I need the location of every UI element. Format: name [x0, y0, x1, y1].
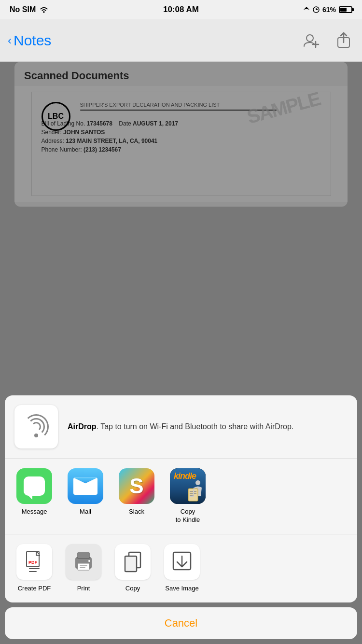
- print-icon: [72, 551, 95, 573]
- app-item-mail[interactable]: Mail: [64, 468, 107, 516]
- cancel-button[interactable]: Cancel: [5, 607, 357, 639]
- action-item-save-image[interactable]: Save Image: [160, 544, 204, 593]
- kindle-reader-figure: [184, 478, 204, 502]
- add-person-button[interactable]: [300, 30, 321, 51]
- status-carrier: No SIM: [10, 5, 48, 14]
- copy-icon: [122, 550, 143, 574]
- nav-bar: ‹ Notes: [0, 19, 362, 62]
- cancel-label: Cancel: [165, 617, 197, 630]
- nav-back-label: Notes: [14, 32, 51, 49]
- print-label: Print: [77, 585, 90, 593]
- copy-label: Copy: [125, 585, 140, 593]
- kindle-app-icon: kindle: [170, 468, 206, 504]
- add-person-icon: [302, 32, 320, 49]
- battery-text: 61%: [322, 6, 336, 14]
- app-item-kindle[interactable]: kindle Copy to Kindle: [166, 468, 209, 524]
- action-row: PDF Create PDF: [13, 544, 349, 593]
- status-bar: No SIM 10:08 AM 61%: [0, 0, 362, 19]
- slack-app-icon: S: [119, 468, 154, 504]
- chevron-left-icon: ‹: [8, 35, 12, 46]
- airdrop-description: . Tap to turn on Wi-Fi and Bluetooth to …: [97, 422, 294, 431]
- copy-icon-box: [115, 544, 151, 580]
- action-item-print[interactable]: Print: [62, 544, 105, 593]
- wifi-icon: [40, 6, 48, 13]
- status-indicators: 61%: [303, 6, 352, 14]
- airdrop-section[interactable]: AirDrop. Tap to turn on Wi-Fi and Blueto…: [5, 395, 357, 459]
- carrier-text: No SIM: [10, 5, 36, 14]
- svg-point-3: [195, 480, 200, 485]
- svg-point-15: [88, 560, 90, 562]
- action-item-create-pdf[interactable]: PDF Create PDF: [13, 544, 56, 593]
- save-image-icon: [171, 550, 193, 574]
- slack-s-letter: S: [129, 474, 143, 498]
- create-pdf-icon: PDF: [25, 550, 44, 574]
- print-icon-box: [66, 544, 101, 580]
- app-row-section: Message Mail S Slack: [5, 459, 357, 534]
- slack-app-label: Slack: [129, 508, 144, 516]
- mail-app-icon: [68, 468, 103, 504]
- mail-app-label: Mail: [80, 508, 91, 516]
- nav-right-buttons: [300, 30, 354, 51]
- app-row: Message Mail S Slack: [13, 468, 349, 524]
- clock-icon: [313, 6, 320, 13]
- share-sheet: AirDrop. Tap to turn on Wi-Fi and Blueto…: [0, 395, 362, 644]
- mail-flap: [73, 477, 97, 487]
- airdrop-text: AirDrop. Tap to turn on Wi-Fi and Blueto…: [68, 421, 293, 433]
- svg-point-1: [306, 35, 313, 42]
- airdrop-title: AirDrop: [68, 422, 97, 431]
- location-icon: [303, 6, 310, 13]
- action-item-copy[interactable]: Copy: [111, 544, 154, 593]
- svg-rect-17: [125, 556, 137, 572]
- message-bubble: [24, 476, 45, 496]
- save-image-icon-box: [164, 544, 200, 580]
- app-item-slack[interactable]: S Slack: [115, 468, 158, 516]
- save-image-label: Save Image: [165, 585, 198, 593]
- back-button[interactable]: ‹ Notes: [8, 32, 51, 49]
- status-time: 10:08 AM: [163, 5, 199, 14]
- share-button[interactable]: [333, 30, 354, 51]
- message-app-label: Message: [22, 508, 47, 516]
- svg-rect-14: [80, 567, 85, 568]
- action-row-section: PDF Create PDF: [5, 534, 357, 602]
- kindle-app-label: Copy to Kindle: [176, 508, 200, 524]
- svg-rect-13: [80, 565, 87, 566]
- svg-text:PDF: PDF: [28, 560, 38, 565]
- create-pdf-label: Create PDF: [18, 585, 51, 593]
- share-panel: AirDrop. Tap to turn on Wi-Fi and Blueto…: [5, 395, 357, 602]
- mail-envelope: [73, 477, 97, 495]
- airdrop-icon: [22, 412, 51, 441]
- airdrop-icon-box: [14, 405, 58, 448]
- battery-icon: [339, 6, 352, 13]
- share-icon: [336, 32, 351, 49]
- svg-rect-12: [78, 563, 89, 570]
- message-app-icon: [16, 468, 52, 504]
- svg-rect-11: [78, 553, 89, 559]
- app-item-message[interactable]: Message: [13, 468, 56, 516]
- create-pdf-icon-box: PDF: [16, 544, 52, 580]
